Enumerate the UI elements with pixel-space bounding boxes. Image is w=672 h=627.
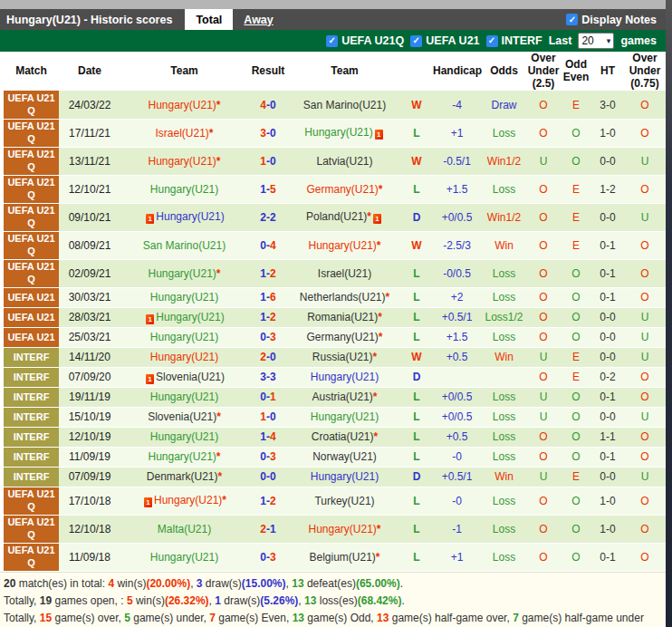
score-cell: 1-0: [248, 147, 288, 175]
table-row: UEFA U21 Q17/10/181Hungary(U21)*1-2Turke…: [4, 487, 666, 515]
date-cell: 13/11/21: [59, 147, 120, 175]
odd-even-cell: O: [561, 259, 591, 287]
summary-segment: games open, :: [52, 594, 127, 607]
odd-even-cell: E: [561, 91, 591, 119]
team-star: *: [216, 99, 221, 111]
half-time-score-cell: 1-0: [591, 119, 624, 147]
over-under-25-cell: O: [526, 367, 561, 387]
summary-segment: .: [400, 577, 403, 590]
home-team-cell: Hungary(U21)*: [120, 91, 248, 119]
over-under-25-cell: O: [526, 287, 561, 307]
date-cell: 11/09/19: [59, 447, 120, 467]
home-score: 1: [260, 155, 266, 168]
match-type-cell: UEFA U21 Q: [4, 119, 59, 147]
over-under-25-cell: O: [526, 327, 561, 347]
interf-checkbox-icon[interactable]: ✓: [486, 35, 498, 47]
date-cell: 17/11/21: [59, 119, 120, 147]
home-team-cell: 1Slovenia(U21): [120, 367, 248, 387]
result-letter-cell: D: [401, 367, 432, 387]
team-name: Russia(U21): [312, 351, 373, 363]
handicap-cell: -0/0.5: [432, 259, 482, 287]
score-cell: 2-1: [248, 515, 288, 543]
score-cell: 1-6: [248, 287, 288, 307]
home-score: 0: [260, 331, 266, 343]
uefa-u21q-checkbox-icon[interactable]: ✓: [326, 35, 338, 47]
summary-segment: 13: [293, 612, 304, 624]
tab-away[interactable]: Away: [233, 9, 283, 30]
odd-even-cell: O: [561, 447, 591, 467]
table-row: UEFA U21 Q11/09/18Hungary(U21)0-3Belgium…: [4, 543, 666, 571]
away-score: 6: [270, 291, 276, 304]
red-card-icon: 1: [146, 314, 154, 324]
over-under-075-cell: O: [624, 119, 666, 147]
match-type-cell: UEFA U21 Q: [4, 543, 59, 571]
summary-line: Totally, 19 games open, : 5 win(s)(26.32…: [4, 593, 666, 610]
home-team-cell: Hungary(U21): [120, 427, 248, 447]
odd-even-cell: O: [561, 487, 591, 515]
team-name: Israel(U21): [318, 267, 371, 280]
team-name: San Marino(U21): [303, 99, 386, 111]
uefa-u21-checkbox-icon[interactable]: ✓: [410, 35, 422, 47]
summary-segment: win(s): [114, 577, 146, 590]
away-team-cell: Netherlands(U21)*: [288, 287, 401, 307]
away-score: 3: [270, 331, 276, 343]
odds-result-cell: Loss: [482, 119, 526, 147]
team-name: Hungary(U21): [150, 291, 218, 304]
away-team-cell: Hungary(U21)*: [288, 231, 401, 259]
team-name: Hungary(U21): [150, 331, 218, 343]
display-notes-checkbox-icon[interactable]: ✓: [566, 14, 578, 25]
score-cell: 0-3: [248, 447, 288, 467]
team-name: Hungary(U21): [150, 551, 218, 564]
half-time-score-cell: 0-0: [591, 307, 624, 327]
half-time-score-cell: 0-1: [591, 287, 624, 307]
handicap-cell: [432, 367, 482, 387]
odds-result-cell: Loss1/2: [482, 307, 526, 327]
result-letter-cell: W: [401, 347, 432, 367]
uefa-u21q-label: UEFA U21Q: [341, 34, 404, 47]
summary-segment: game(s) half-game under: [519, 612, 644, 624]
home-score: 0: [260, 239, 266, 252]
chevron-down-icon: ▾: [607, 36, 611, 45]
odds-result-cell: Loss: [482, 543, 526, 571]
over-under-075-cell: O: [624, 367, 666, 387]
over-under-075-cell: O: [624, 387, 666, 407]
home-team-cell: Hungary(U21): [120, 287, 248, 307]
over-under-25-cell: O: [526, 427, 561, 447]
team-name: Netherlands(U21): [300, 291, 386, 304]
handicap-cell: +0.5/1: [432, 307, 482, 327]
odds-result-cell: Loss: [482, 387, 526, 407]
summary-segment: (65.00%): [356, 577, 400, 590]
last-games-select[interactable]: 20 ▾: [578, 33, 614, 49]
over-under-25-cell: O: [526, 307, 561, 327]
summary-segment: draw(s): [221, 594, 260, 607]
score-cell: 0-4: [248, 231, 288, 259]
home-score: 1: [260, 311, 266, 323]
handicap-cell: +0.5: [432, 427, 482, 447]
odd-even-cell: O: [561, 387, 591, 407]
team-name: Hungary(U21): [311, 371, 379, 383]
team-star: *: [216, 450, 221, 463]
home-score: 1: [260, 183, 266, 196]
half-time-score-cell: 0-1: [591, 231, 624, 259]
tab-total[interactable]: Total: [185, 9, 233, 30]
away-team-cell: Norway(U21): [288, 447, 401, 467]
away-team-cell: Latvia(U21): [288, 147, 401, 175]
home-score: 0: [260, 551, 266, 564]
away-score: 3: [270, 551, 276, 564]
summary-segment: defeat(es): [304, 577, 356, 590]
odds-result-cell: Loss: [482, 287, 526, 307]
summary-segment: (5.26%): [260, 594, 298, 607]
team-name: Slovenia(U21): [156, 371, 225, 383]
date-cell: 14/11/20: [59, 347, 120, 367]
away-team-cell: Germany(U21)*: [288, 175, 401, 203]
odds-result-cell: Draw: [482, 91, 526, 119]
half-time-score-cell: 0-1: [591, 387, 624, 407]
date-cell: 15/10/19: [59, 407, 120, 427]
team-name: Hungary(U21): [150, 351, 218, 363]
over-under-075-cell: U: [624, 467, 666, 487]
away-score: 5: [270, 183, 276, 196]
score-cell: 1-4: [248, 427, 288, 447]
team-name: Germany(U21): [306, 331, 378, 343]
half-time-score-cell: 0-2: [591, 367, 624, 387]
odd-even-cell: O: [561, 307, 591, 327]
